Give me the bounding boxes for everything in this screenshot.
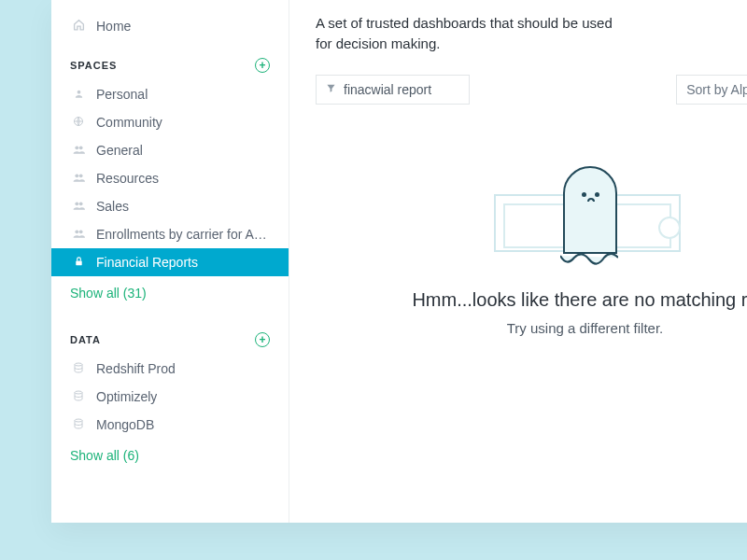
data-title: DATA — [70, 334, 101, 345]
sort-dropdown[interactable]: Sort by Alphabe — [676, 75, 747, 105]
svg-point-8 — [75, 230, 78, 233]
sidebar: Home SPACES + Personal Community General — [51, 0, 289, 523]
main-content: A set of trusted dashboards that should … — [289, 0, 747, 523]
database-icon — [70, 418, 87, 431]
sidebar-item-resources[interactable]: Resources — [51, 164, 289, 192]
svg-point-3 — [78, 146, 82, 149]
sidebar-item-label: Resources — [96, 171, 159, 186]
sidebar-item-label: Sales — [96, 199, 129, 214]
spaces-header: SPACES + — [51, 43, 289, 80]
sidebar-item-redshift[interactable]: Redshift Prod — [51, 355, 289, 383]
sidebar-item-label: MongoDB — [96, 417, 154, 432]
svg-point-12 — [75, 391, 82, 394]
ghost-illustration — [473, 166, 698, 269]
space-description: A set of trusted dashboards that should … — [316, 13, 624, 54]
empty-state: Hmm...looks like there are no matching r… — [316, 114, 747, 524]
svg-point-11 — [75, 363, 82, 366]
svg-point-5 — [78, 174, 82, 177]
people-icon — [70, 173, 87, 185]
show-all-spaces[interactable]: Show all (31) — [51, 276, 289, 317]
person-icon — [70, 89, 87, 101]
svg-point-2 — [75, 146, 78, 149]
show-all-data[interactable]: Show all (6) — [51, 439, 289, 480]
data-header: DATA + — [51, 317, 289, 355]
svg-rect-10 — [76, 261, 81, 266]
home-link[interactable]: Home — [51, 11, 289, 43]
sidebar-item-label: Enrollments by carrier for AD a.. — [96, 227, 270, 242]
filter-input[interactable]: finacwial report — [316, 75, 470, 105]
globe-icon — [70, 116, 87, 129]
sidebar-item-enrollments[interactable]: Enrollments by carrier for AD a.. — [51, 220, 289, 248]
sidebar-item-financial-reports[interactable]: Financial Reports — [51, 248, 289, 276]
sidebar-item-label: Redshift Prod — [96, 361, 176, 376]
sidebar-item-label: Financial Reports — [96, 255, 198, 270]
database-icon — [70, 390, 87, 403]
filter-icon — [326, 83, 336, 95]
filter-value: finacwial report — [344, 82, 431, 97]
svg-point-4 — [75, 174, 78, 177]
svg-point-9 — [78, 230, 82, 233]
add-space-button[interactable]: + — [255, 58, 270, 73]
app-window: Home SPACES + Personal Community General — [51, 0, 747, 523]
svg-point-0 — [77, 90, 80, 93]
sidebar-item-general[interactable]: General — [51, 136, 289, 164]
sidebar-item-community[interactable]: Community — [51, 108, 289, 136]
svg-point-6 — [75, 202, 78, 205]
sidebar-item-mongodb[interactable]: MongoDB — [51, 411, 289, 439]
home-label: Home — [96, 19, 131, 34]
svg-point-7 — [78, 202, 82, 205]
header-row: A set of trusted dashboards that should … — [316, 13, 747, 54]
sidebar-item-label: Community — [96, 115, 162, 130]
sidebar-item-label: Personal — [96, 87, 148, 102]
empty-title: Hmm...looks like there are no matching r… — [412, 289, 747, 311]
sidebar-item-personal[interactable]: Personal — [51, 80, 289, 108]
sidebar-item-label: General — [96, 143, 143, 158]
sidebar-item-label: Optimizely — [96, 389, 157, 404]
people-icon — [70, 201, 87, 213]
sidebar-item-sales[interactable]: Sales — [51, 192, 289, 220]
add-data-button[interactable]: + — [255, 332, 270, 347]
spaces-title: SPACES — [70, 60, 117, 71]
svg-point-13 — [75, 419, 82, 422]
people-icon — [70, 229, 87, 241]
lock-icon — [70, 256, 87, 269]
controls-row: finacwial report Sort by Alphabe — [316, 75, 747, 105]
database-icon — [70, 362, 87, 375]
empty-subtitle: Try using a different filter. — [507, 320, 664, 336]
home-icon — [70, 19, 87, 34]
sidebar-item-optimizely[interactable]: Optimizely — [51, 383, 289, 411]
people-icon — [70, 145, 87, 157]
